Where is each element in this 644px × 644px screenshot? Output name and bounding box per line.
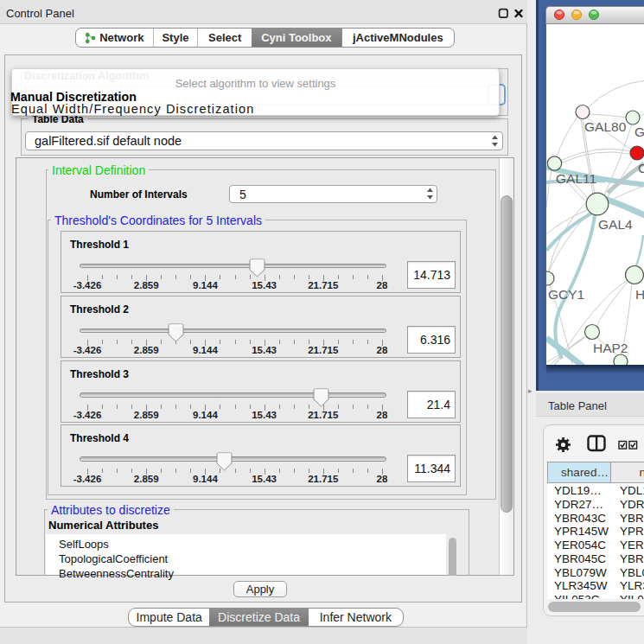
svg-text:H: H [635, 287, 644, 302]
svg-text:GAL80: GAL80 [584, 119, 627, 134]
svg-text:C: C [638, 161, 644, 175]
svg-text:GAL11: GAL11 [556, 171, 596, 186]
svg-text:GCY1: GCY1 [548, 287, 584, 302]
svg-text:GAL4: GAL4 [598, 217, 633, 232]
svg-text:GA: GA [634, 124, 644, 139]
svg-text:HAP2: HAP2 [593, 341, 628, 355]
